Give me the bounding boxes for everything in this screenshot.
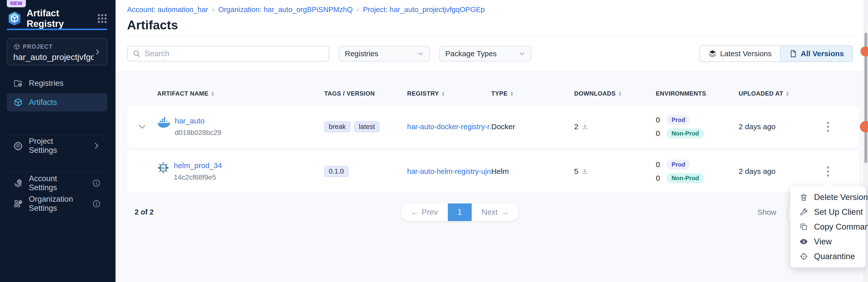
sidebar-item-label: Artifacts [29,98,57,107]
search-box [127,46,329,62]
docker-icon [157,117,170,128]
app-title: Artifact Registry [27,8,96,29]
sort-icon[interactable]: ▲▼ [211,91,215,96]
latest-versions-button[interactable]: Latest Versions [700,46,781,62]
gear-icon [13,141,23,150]
sidebar-item-label: Account Settings [29,174,80,192]
menu-item-copy-command[interactable]: Copy Command [790,219,866,234]
row-actions-kebab-icon[interactable] [820,119,835,135]
arrow-left-icon: ← [411,208,419,217]
latest-versions-label: Latest Versions [720,49,772,58]
package-type: Docker [490,122,573,131]
breadcrumb-organization[interactable]: Organization: har_auto_orgBPiSNPMzhQ [218,5,352,14]
new-badge: NEW [7,0,26,7]
all-versions-label: All Versions [801,49,844,58]
uploaded-at: 2 days ago [737,167,819,176]
breadcrumb-separator-icon: › [212,6,214,13]
app-switcher-grid-icon[interactable] [96,13,108,24]
prev-page-button[interactable]: ← Prev [401,204,448,221]
sidebar-item-artifacts[interactable]: Artifacts [7,93,107,111]
sort-icon[interactable]: ▲▼ [441,91,445,96]
registries-dropdown[interactable]: Registries [339,46,430,62]
download-icon [582,168,588,175]
registries-dropdown-label: Registries [345,49,378,58]
sidebar-divider [7,171,107,172]
sidebar-item-registries[interactable]: Registries [7,74,107,92]
registries-folder-icon [13,78,23,88]
registry-link[interactable]: har-auto-docker-registry-r... [407,123,495,131]
package-types-dropdown[interactable]: Package Types [439,46,531,62]
nonprod-badge: Non-Prod [666,173,704,183]
all-versions-button[interactable]: All Versions [781,46,852,62]
info-icon[interactable] [92,200,101,208]
info-icon[interactable] [92,179,101,187]
project-selector[interactable]: PROJECT har_auto_projectjvfgq... [7,38,107,65]
menu-item-quarantine[interactable]: Quarantine [790,249,866,264]
helm-icon: HELM [157,162,169,174]
row-expander[interactable] [127,122,156,131]
project-label: PROJECT [23,43,53,50]
prod-env-count: 0 [656,160,660,169]
artifact-digest: 14c2cf68f9e5 [174,173,222,181]
nonprod-env-count: 0 [656,174,660,182]
chevron-right-icon [94,48,101,56]
organization-settings-icon [13,199,23,209]
account-settings-icon [13,178,23,188]
main-area: Account: automation_har › Organization: … [116,0,868,282]
next-page-button[interactable]: Next → [472,204,519,221]
artifacts-cube-icon [13,98,23,107]
prod-badge: Prod [666,160,690,170]
download-icon [582,123,588,130]
table-header-row: ARTIFACT NAME ▲▼ TAGS / VERSION REGISTRY… [127,86,859,101]
sort-icon[interactable]: ▲▼ [618,91,622,96]
artifact-name-link[interactable]: har_auto [175,117,221,125]
menu-arrow [823,181,834,187]
filter-bar: Registries Package Types Latest Versions [116,36,868,71]
menu-item-view[interactable]: View [790,234,866,249]
sidebar-item-project-settings[interactable]: Project Settings [7,137,107,155]
column-header-registry[interactable]: REGISTRY ▲▼ [406,90,490,97]
registry-link[interactable]: har-auto-helm-registry-ujn... [407,167,497,175]
copy-icon [800,222,808,231]
table-row-har-auto: har_auto d018b028bc29 break latest har-a… [127,106,859,148]
chevron-down-icon [519,50,525,57]
sidebar-item-account-settings[interactable]: Account Settings [7,174,107,192]
chevron-down-icon [137,122,147,131]
artifact-registry-app: NEW Artifact Registry [0,0,868,282]
column-header-type[interactable]: TYPE ▲▼ [490,90,573,97]
downloads-count: 2 [574,122,579,131]
sort-icon[interactable]: ▲▼ [510,91,514,96]
breadcrumb-account[interactable]: Account: automation_har [127,5,208,14]
package-type: Helm [490,167,573,176]
row-actions-kebab-icon[interactable] [820,164,835,179]
column-header-tags-version: TAGS / VERSION [323,90,406,97]
sidebar-item-label: Registries [29,79,64,88]
column-header-artifact-name[interactable]: ARTIFACT NAME ▲▼ [156,90,323,97]
project-cube-icon [13,43,20,50]
breadcrumb: Account: automation_har › Organization: … [127,5,868,14]
breadcrumb-separator-icon: › [356,6,359,13]
sort-icon[interactable]: ▲▼ [786,91,789,96]
layers-icon [709,50,717,58]
current-page-button[interactable]: 1 [448,204,472,221]
column-header-environments: ENVIRONMENTS [654,90,737,97]
search-input[interactable] [145,49,324,58]
column-header-downloads[interactable]: DOWNLOADS ▲▼ [573,90,654,97]
sidebar-item-organization-settings[interactable]: Organization Settings [7,195,107,213]
wrench-icon [800,208,808,216]
chevron-right-icon [92,141,101,150]
svg-text:HELM: HELM [159,166,168,170]
column-header-uploaded-at[interactable]: UPLOADED AT ▲▼ [737,90,819,97]
sidebar-item-label: Organization Settings [29,195,80,213]
menu-item-delete-version[interactable]: Delete Version [790,190,866,205]
artifact-digest: d018b028bc29 [175,129,221,137]
sidebar: NEW Artifact Registry [0,0,116,282]
app-logo-row: Artifact Registry [7,10,108,27]
menu-item-set-up-client[interactable]: Set Up Client [790,205,866,219]
row-actions-menu: Delete Version Set Up Client Copy Comman… [790,186,866,268]
sidebar-item-label: Project Settings [29,137,80,155]
breadcrumb-project[interactable]: Project: har_auto_projectjvfgqOPGEp [363,5,485,14]
search-icon [133,50,141,58]
show-page-size-label: Show [757,208,776,216]
artifact-name-link[interactable]: helm_prod_34 [174,161,222,170]
